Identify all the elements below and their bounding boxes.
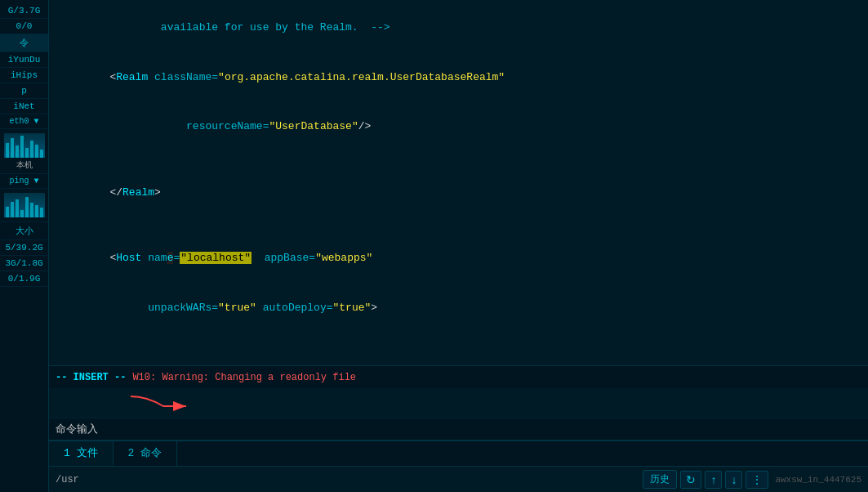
sidebar-graph-area: 本机 xyxy=(0,129,48,174)
sidebar-stat2: 3G/1.8G xyxy=(0,256,48,271)
command-input-area: 命令输入 xyxy=(49,418,868,440)
bottom-right-info: awxsw_in_4447625 xyxy=(775,475,861,485)
download-button[interactable]: ↓ xyxy=(725,471,742,489)
tab-files[interactable]: 1 文件 xyxy=(49,441,114,466)
sidebar-stat-memory: G/3.7G xyxy=(0,3,48,19)
sidebar-ihips[interactable]: iHips xyxy=(0,68,48,83)
sidebar-eth0[interactable]: eth0 ▼ xyxy=(0,114,48,129)
status-bar: -- INSERT -- W10: Warning: Changing a re… xyxy=(49,365,868,388)
history-button[interactable]: 历史 xyxy=(643,470,677,489)
sidebar-iyundu[interactable]: iYunDu xyxy=(0,52,48,68)
code-editor[interactable]: available for use by the Realm. --> <Rea… xyxy=(49,0,868,365)
code-line-3: resourceName="UserDatabase"/> xyxy=(56,102,868,151)
sidebar-disk-graph xyxy=(4,193,45,217)
code-line-8: unpackWARs="true" autoDeploy="true"> xyxy=(56,283,868,332)
sidebar-stat-count: 0/0 xyxy=(0,19,48,34)
sidebar-ping[interactable]: ping ▼ xyxy=(0,174,48,189)
sidebar-stat1: 5/39.2G xyxy=(0,240,48,256)
warning-message: W10: Warning: Changing a readonly file xyxy=(132,372,356,383)
sidebar-cmd-icon[interactable]: 令 xyxy=(0,34,48,52)
code-line-4 xyxy=(56,151,868,168)
cmd-input-label: 命令输入 xyxy=(56,423,98,436)
sidebar-p[interactable]: p xyxy=(0,83,48,99)
tab-commands[interactable]: 2 命令 xyxy=(114,441,178,466)
arrow-area xyxy=(49,388,868,418)
code-line-5: </Realm> xyxy=(56,168,868,217)
sidebar-stat3: 0/1.9G xyxy=(0,271,48,287)
sidebar-size-label: 大小 xyxy=(0,222,48,240)
sidebar-inet[interactable]: iNet xyxy=(0,99,48,114)
code-line-2: <Realm className="org.apache.catalina.re… xyxy=(56,52,868,101)
main-area: available for use by the Realm. --> <Rea… xyxy=(49,0,868,492)
bottom-panel: 1 文件 2 命令 /usr 历史 ↻ ↑ ↓ ⋮ awxsw_in_44476… xyxy=(49,440,868,492)
toolbar-buttons: 历史 ↻ ↑ ↓ ⋮ xyxy=(643,470,768,489)
sidebar-network-graph xyxy=(4,133,45,158)
sidebar-local-label: 本机 xyxy=(2,159,47,171)
code-line-7: <Host name="localhost" appBase="webapps" xyxy=(56,234,868,283)
sidebar-graph2-area xyxy=(0,189,48,222)
current-path: /usr xyxy=(56,474,636,485)
insert-mode-label: -- INSERT -- xyxy=(56,372,126,383)
arrow-icon xyxy=(122,390,196,416)
code-line-10: <!-- SingleSignOn valve, share authentic… xyxy=(56,349,868,365)
sidebar: G/3.7G 0/0 令 iYunDu iHips p iNet eth0 ▼ … xyxy=(0,0,49,492)
up-button[interactable]: ↑ xyxy=(705,471,722,489)
more-button[interactable]: ⋮ xyxy=(746,471,768,489)
code-line-1: available for use by the Realm. --> xyxy=(56,3,868,52)
bottom-toolbar: /usr 历史 ↻ ↑ ↓ ⋮ awxsw_in_4447625 xyxy=(49,466,868,492)
refresh-button[interactable]: ↻ xyxy=(680,471,701,489)
code-line-6 xyxy=(56,217,868,234)
code-line-9 xyxy=(56,333,868,349)
tab-row: 1 文件 2 命令 xyxy=(49,441,868,466)
